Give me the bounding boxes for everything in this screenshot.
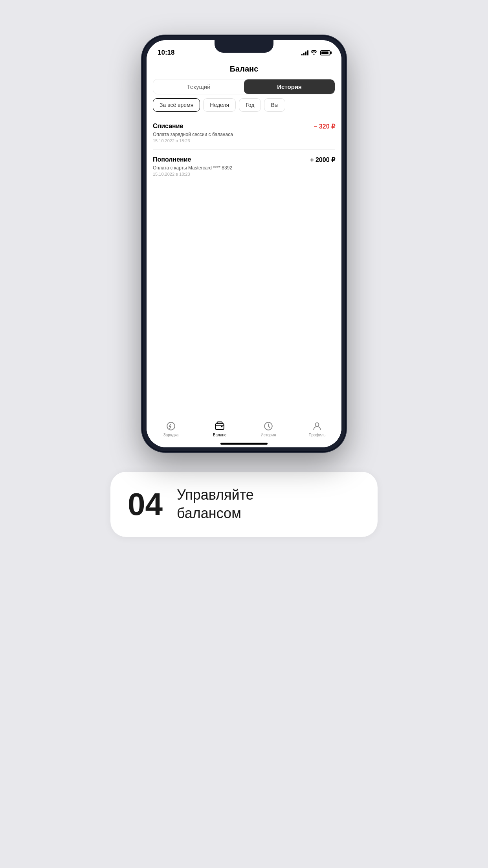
transaction-description: Оплата с карты Mastercard **** 8392 bbox=[153, 165, 335, 171]
history-icon bbox=[263, 421, 273, 431]
transaction-item: Списание – 320 ₽ Оплата зарядной сессии … bbox=[153, 116, 335, 150]
card-number: 04 bbox=[128, 489, 163, 520]
tabs-container: Текущий История bbox=[153, 79, 335, 94]
phone-frame: 10:18 bbox=[142, 35, 346, 452]
status-time: 10:18 bbox=[158, 49, 174, 57]
tab-history[interactable]: История bbox=[244, 79, 335, 94]
filter-year[interactable]: Год bbox=[239, 98, 261, 112]
svg-rect-1 bbox=[215, 424, 224, 430]
wifi-icon bbox=[311, 50, 317, 56]
transaction-type: Списание bbox=[153, 123, 183, 130]
transaction-amount: – 320 ₽ bbox=[314, 123, 335, 130]
transaction-date: 15.10.2022 в 18:23 bbox=[153, 172, 335, 177]
filter-all-time[interactable]: За всё время bbox=[153, 98, 200, 112]
charge-icon bbox=[166, 421, 176, 431]
home-indicator bbox=[147, 440, 341, 447]
battery-icon bbox=[320, 50, 330, 55]
home-bar bbox=[220, 443, 268, 445]
person-icon bbox=[312, 421, 322, 431]
filter-week[interactable]: Неделя bbox=[203, 98, 236, 112]
wallet-icon bbox=[215, 421, 225, 431]
transaction-date: 15.10.2022 в 18:23 bbox=[153, 138, 335, 143]
transaction-amount: + 2000 ₽ bbox=[310, 156, 335, 164]
transaction-item: Пополнение + 2000 ₽ Оплата с карты Maste… bbox=[153, 150, 335, 183]
phone-notch bbox=[215, 40, 273, 53]
nav-label-profile: Профиль bbox=[308, 433, 325, 437]
nav-item-charging[interactable]: Зарядка bbox=[147, 421, 195, 437]
app-content: Баланс Текущий История За всё время Неде… bbox=[147, 60, 341, 447]
page-title: Баланс bbox=[230, 64, 259, 73]
filter-more[interactable]: Вы bbox=[264, 98, 285, 112]
tab-current[interactable]: Текущий bbox=[153, 79, 244, 94]
transaction-row: Пополнение + 2000 ₽ bbox=[153, 156, 335, 164]
nav-item-profile[interactable]: Профиль bbox=[293, 421, 341, 437]
signal-icon bbox=[301, 50, 308, 55]
transaction-description: Оплата зарядной сессии с баланаса bbox=[153, 132, 335, 137]
nav-label-charging: Зарядка bbox=[163, 433, 178, 437]
transaction-type: Пополнение bbox=[153, 156, 191, 163]
svg-point-0 bbox=[167, 422, 175, 430]
transactions-list: Списание – 320 ₽ Оплата зарядной сессии … bbox=[147, 116, 341, 417]
nav-label-history: История bbox=[261, 433, 276, 437]
nav-label-balance: Баланс bbox=[213, 433, 226, 437]
transaction-row: Списание – 320 ₽ bbox=[153, 123, 335, 130]
nav-item-history[interactable]: История bbox=[244, 421, 293, 437]
filter-row: За всё время Неделя Год Вы bbox=[147, 98, 341, 116]
app-header: Баланс bbox=[147, 60, 341, 77]
svg-point-3 bbox=[316, 423, 319, 426]
nav-item-balance[interactable]: Баланс bbox=[195, 421, 244, 437]
phone-screen: 10:18 bbox=[147, 40, 341, 447]
bottom-nav: Зарядка Баланс bbox=[147, 417, 341, 440]
bottom-card: 04 Управляйтебалансом bbox=[110, 472, 378, 537]
status-icons bbox=[301, 50, 330, 56]
phone-mockup: 10:18 bbox=[142, 35, 346, 452]
card-text: Управляйтебалансом bbox=[177, 486, 254, 523]
